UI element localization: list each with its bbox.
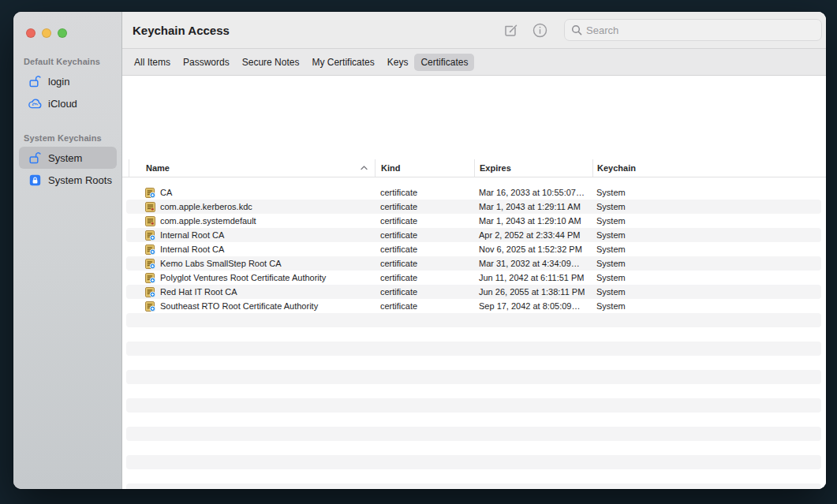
search-input[interactable] bbox=[586, 24, 815, 36]
cell-keychain: System bbox=[592, 273, 826, 282]
certificate-name: com.apple.kerberos.kdc bbox=[160, 202, 252, 211]
certificate-root-icon bbox=[145, 259, 155, 269]
column-header-kind[interactable]: Kind bbox=[375, 159, 474, 177]
cell-kind: certificate bbox=[375, 301, 474, 311]
tab-secure-notes[interactable]: Secure Notes bbox=[236, 54, 306, 71]
certificate-name: Kemo Labs SmallStep Root CA bbox=[160, 259, 281, 268]
minimize-window-button[interactable] bbox=[42, 28, 51, 38]
unlocked-padlock-icon bbox=[28, 151, 42, 165]
unlocked-padlock-icon bbox=[28, 75, 42, 88]
sidebar-section-label: System Keychains bbox=[24, 133, 110, 143]
empty-row bbox=[122, 455, 826, 469]
tab-my-certificates[interactable]: My Certificates bbox=[305, 54, 380, 71]
cell-expires: Jun 11, 2042 at 6:11:51 PM bbox=[474, 273, 592, 282]
toolbar: Keychain Access bbox=[122, 12, 826, 49]
cell-expires: Mar 31, 2032 at 4:34:09… bbox=[474, 259, 592, 268]
sidebar-item-system[interactable]: System bbox=[19, 147, 117, 169]
zoom-window-button[interactable] bbox=[58, 28, 67, 38]
certificate-row[interactable]: CAcertificateMar 16, 2033 at 10:55:07…Sy… bbox=[122, 185, 826, 200]
certificate-root-icon bbox=[145, 287, 155, 297]
certificates-content: Name Kind Expires Keychain bbox=[122, 76, 826, 489]
traffic-lights bbox=[13, 12, 121, 38]
certificate-root-icon bbox=[145, 273, 155, 283]
cell-expires: Mar 16, 2033 at 10:55:07… bbox=[474, 188, 592, 197]
empty-row bbox=[122, 469, 826, 483]
column-header-name[interactable]: Name bbox=[129, 159, 375, 177]
new-item-button[interactable] bbox=[503, 22, 519, 39]
cell-name: Polyglot Ventures Root Certificate Autho… bbox=[129, 273, 375, 283]
cell-kind: certificate bbox=[375, 259, 474, 268]
tab-all-items[interactable]: All Items bbox=[128, 54, 177, 71]
certificate-row[interactable]: com.apple.kerberos.kdccertificateMar 1, … bbox=[122, 200, 826, 214]
category-tab-bar: All ItemsPasswordsSecure NotesMy Certifi… bbox=[122, 49, 826, 76]
empty-row bbox=[122, 427, 826, 441]
certificate-row[interactable]: Internal Root CAcertificateApr 2, 2052 a… bbox=[122, 228, 826, 242]
certificate-list: CAcertificateMar 16, 2033 at 10:55:07…Sy… bbox=[122, 177, 826, 489]
cell-kind: certificate bbox=[375, 287, 474, 297]
window-title: Keychain Access bbox=[133, 24, 230, 37]
certificate-row[interactable]: Polyglot Ventures Root Certificate Autho… bbox=[122, 271, 826, 285]
empty-row bbox=[122, 327, 826, 342]
certificate-name: Red Hat IT Root CA bbox=[160, 287, 237, 297]
cell-keychain: System bbox=[592, 230, 826, 240]
sidebar-item-login[interactable]: login bbox=[19, 70, 117, 92]
sidebar-item-label: System Roots bbox=[48, 174, 112, 186]
tab-certificates[interactable]: Certificates bbox=[414, 54, 474, 71]
tab-keys[interactable]: Keys bbox=[381, 54, 415, 71]
column-header-expires[interactable]: Expires bbox=[474, 159, 592, 177]
cell-keychain: System bbox=[592, 188, 826, 197]
icloud-icon bbox=[28, 97, 42, 110]
sidebar-item-label: iCloud bbox=[48, 98, 77, 110]
certificate-row[interactable]: Internal Root CAcertificateNov 6, 2025 a… bbox=[122, 242, 826, 256]
cell-keychain: System bbox=[592, 245, 826, 254]
certificate-row[interactable]: Kemo Labs SmallStep Root CAcertificateMa… bbox=[122, 256, 826, 271]
cell-expires: Mar 1, 2043 at 1:29:11 AM bbox=[474, 202, 592, 211]
empty-row bbox=[122, 483, 826, 489]
cell-keychain: System bbox=[592, 287, 826, 297]
search-field[interactable] bbox=[564, 19, 822, 41]
cell-name: Internal Root CA bbox=[129, 245, 375, 255]
cell-kind: certificate bbox=[375, 230, 474, 240]
main-pane: Keychain Access bbox=[122, 12, 826, 489]
get-info-button[interactable] bbox=[532, 23, 547, 38]
cell-name: Internal Root CA bbox=[129, 230, 375, 241]
tab-passwords[interactable]: Passwords bbox=[177, 54, 236, 71]
cell-expires: Apr 2, 2052 at 2:33:44 PM bbox=[474, 230, 592, 240]
cell-name: Red Hat IT Root CA bbox=[129, 287, 375, 297]
certificate-name: Internal Root CA bbox=[160, 230, 224, 240]
cell-expires: Jun 26, 2055 at 1:38:11 PM bbox=[474, 287, 592, 297]
certificate-row[interactable]: Red Hat IT Root CAcertificateJun 26, 205… bbox=[122, 285, 826, 299]
cell-name: Southeast RTO Root Certificate Authority bbox=[129, 301, 375, 312]
cell-expires: Sep 17, 2042 at 8:05:09… bbox=[474, 301, 592, 311]
close-window-button[interactable] bbox=[26, 28, 35, 38]
cell-expires: Mar 1, 2043 at 1:29:10 AM bbox=[474, 216, 592, 226]
lock-box-icon bbox=[28, 174, 42, 187]
certificate-icon bbox=[145, 202, 155, 212]
certificate-row[interactable]: com.apple.systemdefaultcertificateMar 1,… bbox=[122, 214, 826, 228]
empty-row bbox=[122, 313, 826, 327]
certificate-row[interactable]: Southeast RTO Root Certificate Authority… bbox=[122, 299, 826, 313]
empty-row bbox=[122, 356, 826, 370]
empty-row bbox=[122, 384, 826, 398]
cell-name: com.apple.kerberos.kdc bbox=[129, 202, 375, 212]
cell-name: CA bbox=[129, 188, 375, 198]
cell-keychain: System bbox=[592, 216, 826, 226]
certificate-name: Internal Root CA bbox=[160, 245, 224, 254]
empty-row bbox=[122, 398, 826, 413]
certificate-name: CA bbox=[160, 188, 172, 197]
square-and-pencil-icon bbox=[503, 22, 519, 39]
certificate-root-icon bbox=[145, 188, 155, 198]
empty-row bbox=[122, 370, 826, 384]
cell-keychain: System bbox=[592, 301, 826, 311]
info-circle-icon bbox=[532, 23, 547, 38]
cell-kind: certificate bbox=[375, 202, 474, 211]
certificate-icon bbox=[145, 216, 155, 226]
sidebar-section-label: Default Keychains bbox=[24, 57, 110, 66]
sidebar-item-icloud[interactable]: iCloud bbox=[19, 92, 117, 114]
sidebar-item-system-roots[interactable]: System Roots bbox=[19, 169, 117, 191]
empty-row bbox=[122, 413, 826, 427]
empty-row bbox=[122, 342, 826, 356]
sort-ascending-icon bbox=[361, 166, 368, 170]
search-icon bbox=[571, 24, 582, 35]
column-header-keychain[interactable]: Keychain bbox=[592, 159, 826, 177]
